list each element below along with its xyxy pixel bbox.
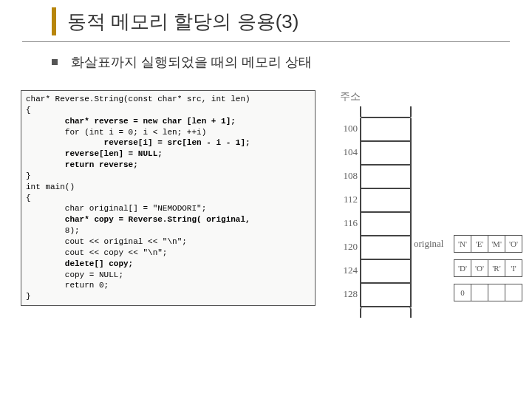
char-cell: 'E' xyxy=(471,235,488,253)
char-cell: 'I' xyxy=(505,259,522,277)
mem-cell: 100 xyxy=(360,118,412,142)
mem-addr: 124 xyxy=(332,265,358,276)
title-accent xyxy=(52,7,56,35)
code-line: reverse[len] = NULL; xyxy=(26,149,310,160)
code-line: int main() xyxy=(26,182,310,193)
code-line: } xyxy=(26,171,310,182)
memory-stack: 100 104 108 112 116 120 124 128 xyxy=(360,106,412,318)
page-title: 동적 메모리 할당의 응용(3) xyxy=(67,9,299,35)
char-cell: 'O' xyxy=(505,235,522,253)
bullet-text: 화살표까지 실행되었을 때의 메모리 상태 xyxy=(71,53,312,71)
title-bar: 동적 메모리 할당의 응용(3) xyxy=(22,0,510,42)
code-line: 8); xyxy=(26,225,310,236)
char-row: 'N' 'E' 'M' 'O' xyxy=(454,236,522,253)
mem-addr: 120 xyxy=(332,241,358,253)
code-line: for (int i = 0; i < len; ++i) xyxy=(26,127,310,138)
mem-addr: 100 xyxy=(332,123,358,134)
char-row: 0 xyxy=(454,284,522,301)
char-cell: 'N' xyxy=(454,235,471,253)
char-cell: 'D' xyxy=(454,259,471,277)
char-cell: 0 xyxy=(454,284,471,301)
code-line: { xyxy=(26,105,310,116)
char-cell: 'O' xyxy=(471,259,488,277)
char-cell xyxy=(488,284,505,301)
char-cell: 'M' xyxy=(488,235,505,253)
mem-cell: 112 xyxy=(360,189,412,213)
code-line: copy = NULL; xyxy=(26,270,310,281)
code-line: char* Reverse.String(const char* src, in… xyxy=(26,94,310,105)
char-cell: 'R' xyxy=(488,259,505,277)
code-line: return reverse; xyxy=(26,160,310,171)
mem-addr: 112 xyxy=(332,194,358,205)
mem-addr: 104 xyxy=(332,146,358,158)
char-grid: 'N' 'E' 'M' 'O' 'D' 'O' 'R' 'I' 0 xyxy=(454,236,522,301)
mem-addr: 128 xyxy=(332,288,358,300)
code-line: delete[] copy; xyxy=(26,259,310,270)
mem-bottom-edge xyxy=(360,307,412,318)
mem-cell: 108 xyxy=(360,166,412,189)
mem-top-edge xyxy=(360,106,412,118)
code-line: { xyxy=(26,193,310,204)
bullet-line: 화살표까지 실행되었을 때의 메모리 상태 xyxy=(52,53,532,71)
mem-cell: 120 xyxy=(360,236,412,260)
mem-cell: 116 xyxy=(360,213,412,236)
mem-cell: 104 xyxy=(360,142,412,166)
mem-cell: 128 xyxy=(360,284,412,307)
char-cell xyxy=(471,284,488,301)
char-row: 'D' 'O' 'R' 'I' xyxy=(454,260,522,277)
bullet-icon xyxy=(52,59,58,65)
code-line: reverse[i] = src[len - i - 1]; xyxy=(26,137,310,149)
mem-label-original: original xyxy=(414,238,443,250)
mem-cell: 124 xyxy=(360,260,412,284)
mem-header: 주소 xyxy=(340,90,361,103)
code-line: } xyxy=(26,291,310,302)
code-line: cout << copy << "\n"; xyxy=(26,248,310,259)
code-line: return 0; xyxy=(26,280,310,291)
code-line: char original[] = "NEMODORI"; xyxy=(26,203,310,214)
code-line: cout << original << "\n"; xyxy=(26,236,310,248)
char-cell xyxy=(505,284,522,301)
code-box: char* Reverse.String(const char* src, in… xyxy=(21,90,316,306)
code-line: char* copy = Reverse.String( original, xyxy=(26,214,310,225)
mem-addr: 108 xyxy=(332,170,358,182)
code-line: char* reverse = new char [len + 1]; xyxy=(26,116,310,127)
mem-addr: 116 xyxy=(332,217,358,229)
